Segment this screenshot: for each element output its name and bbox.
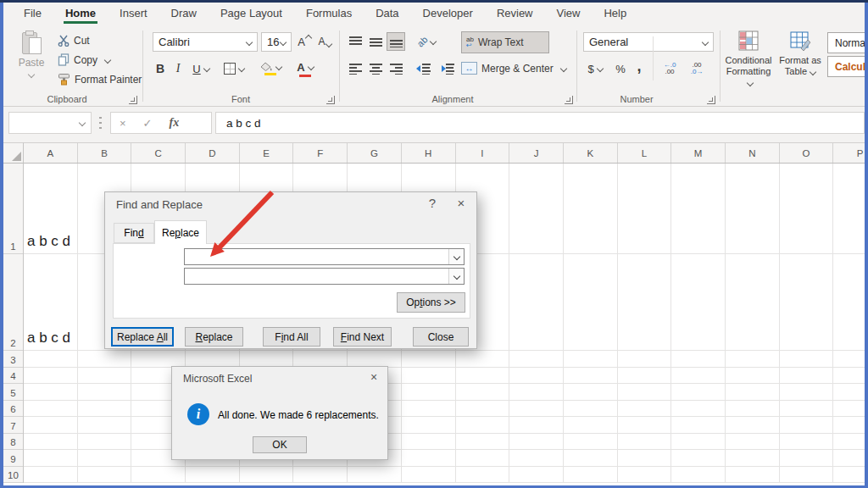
tab-data[interactable]: Data — [364, 3, 410, 25]
cell-A2[interactable]: a b c d — [27, 329, 70, 347]
italic-button[interactable]: I — [171, 59, 185, 78]
tab-developer[interactable]: Developer — [411, 3, 485, 25]
row-header-9[interactable]: 9 — [3, 450, 23, 467]
column-header-F[interactable]: F — [293, 143, 348, 163]
clipboard-dialog-launcher-icon[interactable] — [129, 96, 137, 104]
font-color-button[interactable]: A — [292, 58, 319, 80]
bold-button[interactable]: B — [153, 59, 168, 78]
column-header-M[interactable]: M — [671, 143, 726, 163]
number-dialog-launcher-icon[interactable] — [707, 96, 715, 104]
increase-decimal-button[interactable]: ←.0.00 — [658, 59, 682, 78]
tab-page-layout[interactable]: Page Layout — [209, 3, 294, 25]
replace-button[interactable]: Replace — [185, 327, 243, 347]
percent-style-button[interactable]: % — [612, 59, 629, 78]
cell-style-normal[interactable]: Normal — [827, 32, 865, 53]
row-header-6[interactable]: 6 — [3, 401, 23, 418]
close-icon[interactable]: × — [453, 196, 470, 210]
insert-function-icon[interactable]: fx — [161, 116, 188, 130]
formula-input[interactable]: a b c d — [215, 112, 865, 134]
column-header-P[interactable]: P — [833, 143, 865, 163]
formula-bar-drag-handle[interactable] — [99, 117, 102, 130]
options-button[interactable]: Options >> — [397, 292, 465, 313]
tab-file[interactable]: File — [12, 3, 53, 25]
font-dialog-launcher-icon[interactable] — [326, 96, 335, 104]
format-as-table-button[interactable]: Format as Table — [778, 30, 822, 77]
tab-find[interactable]: Find — [114, 223, 154, 243]
alignment-dialog-launcher-icon[interactable] — [565, 96, 573, 104]
increase-indent-button[interactable] — [436, 59, 458, 78]
middle-align-button[interactable] — [366, 32, 385, 51]
close-icon[interactable]: × — [365, 370, 382, 384]
paste-dropdown-chevron[interactable] — [28, 71, 35, 78]
tab-help[interactable]: Help — [592, 3, 638, 25]
decrease-indent-button[interactable] — [412, 59, 434, 78]
conditional-formatting-button[interactable]: Conditional Formatting — [724, 30, 773, 88]
column-header-B[interactable]: B — [78, 143, 132, 163]
copy-dropdown-chevron[interactable] — [104, 56, 111, 63]
row-header-7[interactable]: 7 — [3, 417, 23, 434]
paste-button[interactable]: Paste — [10, 30, 53, 92]
column-header-H[interactable]: H — [402, 143, 456, 163]
select-all-button[interactable] — [3, 142, 24, 164]
ok-button[interactable]: OK — [253, 436, 307, 453]
tab-insert[interactable]: Insert — [108, 3, 159, 25]
tab-view[interactable]: View — [545, 3, 593, 25]
decrease-decimal-button[interactable]: .00.0→ — [685, 59, 709, 78]
number-format-combo[interactable]: General — [583, 32, 714, 52]
format-painter-button[interactable]: Format Painter — [58, 70, 142, 88]
align-left-button[interactable] — [346, 59, 364, 78]
align-right-button[interactable] — [387, 59, 405, 78]
increase-font-size-button[interactable]: A — [295, 32, 314, 51]
column-header-K[interactable]: K — [564, 143, 618, 163]
column-header-L[interactable]: L — [618, 143, 672, 163]
column-header-G[interactable]: G — [348, 143, 402, 163]
replace-with-input[interactable] — [184, 268, 465, 285]
tab-draw[interactable]: Draw — [159, 3, 209, 25]
font-size-combo[interactable]: 16 — [261, 32, 292, 52]
comma-style-button[interactable]: , — [632, 57, 646, 75]
enter-icon[interactable]: ✓ — [135, 117, 161, 130]
row-header-4[interactable]: 4 — [3, 368, 23, 385]
tab-formulas[interactable]: Formulas — [294, 3, 364, 25]
tab-replace[interactable]: Replace — [154, 220, 207, 244]
merge-center-button[interactable]: ↔ Merge & Center — [461, 59, 566, 77]
cell-A1[interactable]: a b c d — [27, 232, 70, 251]
column-header-J[interactable]: J — [509, 143, 564, 163]
cell-style-calculation[interactable]: Calculat — [827, 56, 865, 77]
align-center-button[interactable] — [366, 59, 385, 78]
tab-home[interactable]: Home — [53, 3, 108, 25]
decrease-font-size-button[interactable]: A — [315, 32, 334, 51]
accounting-format-button[interactable]: $ — [583, 59, 607, 78]
find-what-dropdown-button[interactable] — [448, 249, 464, 264]
top-align-button[interactable] — [346, 32, 364, 51]
replace-all-button[interactable]: Replace All — [111, 327, 174, 347]
wrap-text-button[interactable]: ab↩ Wrap Text — [461, 31, 549, 53]
tab-review[interactable]: Review — [485, 3, 545, 25]
row-header-3[interactable]: 3 — [3, 351, 23, 368]
find-what-input[interactable] — [184, 248, 465, 265]
column-header-O[interactable]: O — [780, 143, 834, 163]
row-header-2[interactable]: 2 — [3, 254, 23, 351]
bottom-align-button[interactable] — [387, 32, 405, 51]
fill-color-button[interactable] — [256, 58, 285, 80]
row-header-10[interactable]: 10 — [3, 467, 23, 484]
row-header-1[interactable]: 1 — [3, 164, 23, 254]
column-header-A[interactable]: A — [24, 143, 78, 163]
borders-button[interactable] — [220, 59, 248, 78]
row-header-8[interactable]: 8 — [3, 434, 23, 451]
column-header-I[interactable]: I — [456, 143, 510, 163]
cut-button[interactable]: Cut — [58, 31, 90, 49]
underline-button[interactable]: U — [188, 59, 214, 78]
help-icon[interactable]: ? — [424, 196, 441, 210]
replace-with-dropdown-button[interactable] — [448, 269, 464, 284]
find-next-button[interactable]: Find Next — [333, 327, 392, 347]
orientation-button[interactable]: ab — [414, 32, 439, 51]
find-all-button[interactable]: Find All — [263, 327, 320, 347]
row-header-5[interactable]: 5 — [3, 384, 23, 401]
copy-button[interactable]: Copy — [58, 51, 110, 69]
close-button[interactable]: Close — [413, 327, 469, 347]
column-header-N[interactable]: N — [726, 143, 780, 163]
cancel-icon[interactable]: × — [111, 117, 135, 130]
name-box-chevron[interactable] — [79, 119, 86, 126]
column-header-D[interactable]: D — [186, 143, 240, 163]
